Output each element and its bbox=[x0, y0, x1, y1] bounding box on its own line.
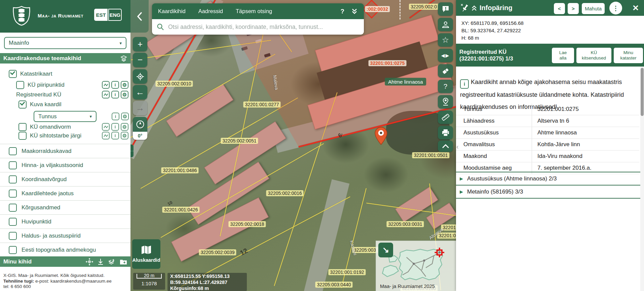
legend-icon[interactable] bbox=[102, 91, 110, 98]
info-icon[interactable]: i bbox=[112, 113, 119, 120]
info-icon[interactable]: i bbox=[111, 123, 119, 131]
gear-icon[interactable]: ⚙ bbox=[121, 132, 128, 139]
search-tab-1[interactable]: Aadressid bbox=[198, 8, 223, 14]
sidebar-layer-row[interactable]: Kõrgusandmed bbox=[0, 201, 130, 215]
gear-icon[interactable]: ⚙ bbox=[121, 123, 128, 131]
ku-sihtotstarbe-tools: i ⚙ bbox=[102, 132, 128, 139]
tree-item-kuva-kaardil[interactable]: Kuva kaardil bbox=[18, 100, 62, 109]
search-tab-2[interactable]: Täpsem otsing bbox=[236, 8, 272, 14]
attribute-name: Maakond bbox=[456, 153, 532, 160]
layer-checkbox[interactable] bbox=[9, 190, 17, 198]
more-options-button[interactable]: ⋮ bbox=[609, 2, 622, 14]
tree-item-katastrikaart[interactable]: Katastrikaart bbox=[9, 70, 52, 78]
ku-omandivorm-checkbox[interactable] bbox=[18, 123, 27, 131]
katastrikaart-checkbox[interactable] bbox=[9, 70, 17, 78]
panel-edge-collapse-icon[interactable]: ‹ bbox=[456, 143, 459, 151]
sidebar-layer-row[interactable]: Kaardilehtede jaotus bbox=[0, 186, 130, 201]
layer-checkbox[interactable] bbox=[9, 175, 17, 183]
collapse-search-icon[interactable] bbox=[351, 8, 358, 15]
layer-checkbox[interactable] bbox=[9, 204, 17, 212]
legend-icon[interactable] bbox=[102, 123, 110, 131]
measure-button[interactable] bbox=[438, 111, 453, 124]
tree-item-ku-omandivorm[interactable]: KÜ omandivorm bbox=[18, 123, 71, 131]
help-icon[interactable]: ? bbox=[340, 8, 344, 15]
layer-checkbox[interactable] bbox=[9, 147, 17, 155]
kuva-kaardil-checkbox[interactable] bbox=[18, 100, 27, 109]
map-canvas[interactable]: 32205:002:001032201:001:027732205:002:00… bbox=[130, 0, 456, 291]
language-eng-button[interactable]: ENG bbox=[108, 9, 122, 21]
theme-layers-title: Kaardirakenduse teemakihid bbox=[3, 55, 81, 62]
sidebar-layer-row[interactable]: Hinna- ja viljakustsoonid bbox=[0, 158, 130, 172]
layer-label: Eesti topograafia andmekogu bbox=[22, 247, 96, 253]
swipe-compare-button[interactable]: ◀▶ bbox=[438, 49, 453, 62]
expand-all-layers-icon[interactable] bbox=[120, 55, 127, 61]
pan-to-layers-icon[interactable] bbox=[86, 258, 93, 265]
zoom-out-button[interactable]: − bbox=[133, 53, 147, 67]
ku-piiripunktid-checkbox[interactable] bbox=[16, 81, 24, 89]
restrictions-button[interactable]: KÜkitsendused bbox=[576, 48, 611, 63]
legend-icon[interactable] bbox=[102, 81, 110, 89]
pin-coordinates-button[interactable] bbox=[438, 95, 453, 109]
gear-icon[interactable]: ⚙ bbox=[121, 81, 128, 89]
ku-sihtotstarbe-checkbox[interactable] bbox=[18, 132, 27, 140]
tunnus-tools: i ⚙ bbox=[112, 113, 129, 120]
add-folder-icon[interactable] bbox=[120, 259, 127, 265]
rotation-value[interactable]: 0° bbox=[133, 132, 147, 140]
app-mode-select[interactable]: Maainfo ▾ bbox=[4, 37, 126, 49]
prev-result-button[interactable]: < bbox=[554, 3, 565, 14]
layer-checkbox[interactable] bbox=[9, 218, 17, 226]
accordion-section-1[interactable]: ▶Metainfo (581695) 3/3 bbox=[456, 185, 644, 199]
info-icon[interactable]: i bbox=[111, 81, 119, 89]
gear-icon[interactable]: ⚙ bbox=[121, 91, 128, 98]
history-forward-button[interactable]: → bbox=[133, 101, 147, 115]
sidebar-layer-row[interactable]: Eesti topograafia andmekogu bbox=[0, 243, 130, 257]
pushpin-icon[interactable] bbox=[460, 3, 470, 13]
user-button[interactable] bbox=[438, 18, 453, 31]
layer-checkbox[interactable] bbox=[9, 161, 17, 169]
compass-button[interactable] bbox=[133, 117, 147, 132]
collapse-toolbar-button[interactable] bbox=[438, 140, 453, 152]
table-row: LähiaadressAltserva tn 6 bbox=[456, 115, 639, 127]
gear-icon[interactable]: ⚙ bbox=[121, 113, 129, 120]
add-layers-icon[interactable] bbox=[108, 258, 115, 265]
eraser-button[interactable] bbox=[438, 64, 453, 78]
minimap-toggle-button[interactable]: ↘ bbox=[378, 243, 393, 257]
search-tab-0[interactable]: Kaardikihid bbox=[158, 8, 186, 14]
sidebar-resize-handle[interactable]: ⋮ bbox=[130, 144, 134, 157]
info-icon[interactable]: i bbox=[111, 91, 119, 98]
result-section-title: Registreeritud KÜ (32201:001:0275) 1/3 bbox=[459, 48, 513, 62]
feedback-button[interactable] bbox=[438, 2, 453, 16]
history-back-button[interactable]: ← bbox=[133, 85, 147, 99]
sidebar-layer-row[interactable]: Haldus- ja asustuspiirid bbox=[0, 229, 130, 243]
sidebar-layer-row[interactable]: Koordinaatvõrgud bbox=[0, 172, 130, 186]
print-button[interactable] bbox=[438, 126, 453, 139]
accordion-section-0[interactable]: ▶Asustusüksus (Ahtme linnaosa) 2/3 bbox=[456, 172, 644, 185]
kuva-kaardil-label: Kuva kaardil bbox=[30, 101, 62, 108]
locate-button[interactable] bbox=[133, 69, 147, 84]
download-button[interactable]: Laealla bbox=[552, 48, 574, 63]
zoom-in-button[interactable]: + bbox=[133, 37, 147, 51]
my-cadastre-button[interactable]: Minukataster bbox=[614, 48, 643, 63]
sidebar-layer-row[interactable]: Huvipunktid bbox=[0, 215, 130, 229]
collapse-sidebar-button[interactable] bbox=[130, 0, 149, 33]
search-input[interactable] bbox=[167, 23, 359, 31]
favorites-button[interactable]: ☆ bbox=[438, 33, 453, 47]
tunnus-select[interactable]: Tunnus ▾ bbox=[34, 111, 97, 122]
close-panel-icon[interactable]: ✕ bbox=[632, 3, 639, 13]
collapse-panel-icon[interactable] bbox=[471, 5, 477, 11]
language-est-button[interactable]: EST bbox=[94, 9, 108, 21]
tree-item-ku-sihtotstarbe[interactable]: KÜ sihtotstarbe järgi bbox=[18, 132, 81, 140]
panel-scrollbar-thumb[interactable] bbox=[641, 68, 644, 116]
tree-item-ku-piiripunktid[interactable]: KÜ piiripunktid bbox=[16, 81, 65, 89]
download-layer-icon[interactable] bbox=[98, 258, 104, 265]
layer-checkbox[interactable] bbox=[9, 232, 17, 240]
fit-button[interactable]: Mahuta bbox=[582, 3, 605, 14]
layer-checkbox[interactable] bbox=[9, 246, 17, 254]
next-result-button[interactable]: > bbox=[568, 3, 579, 14]
legend-icon[interactable] bbox=[102, 132, 110, 139]
map-help-button[interactable]: ? bbox=[438, 80, 453, 93]
basemap-button[interactable]: Aluskaardid bbox=[132, 239, 160, 269]
sidebar-layer-row[interactable]: Maakorralduskavad bbox=[0, 144, 130, 158]
table-row: OmavalitsusKohtla-Järve linn bbox=[456, 139, 639, 151]
info-icon[interactable]: i bbox=[111, 132, 119, 139]
